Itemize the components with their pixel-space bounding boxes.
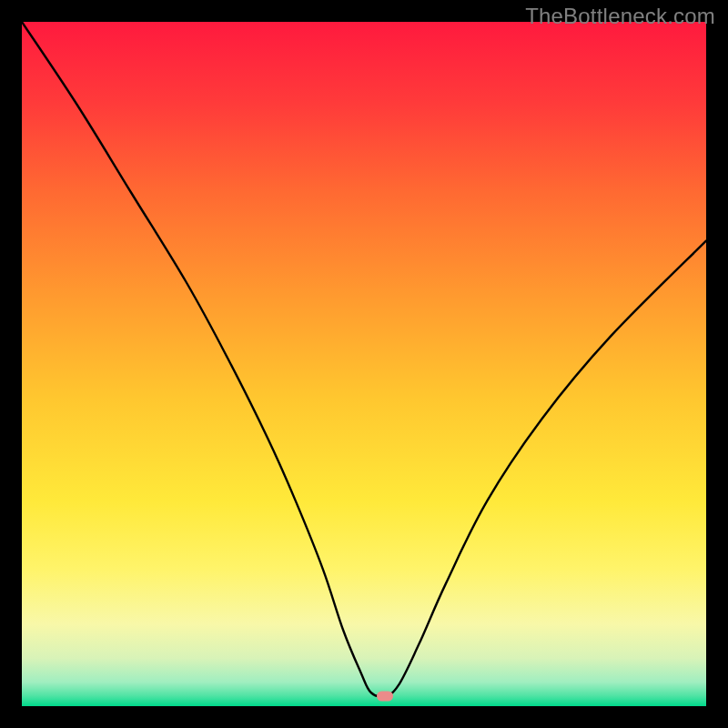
gradient-background xyxy=(22,22,706,706)
plot-area xyxy=(22,22,706,706)
minimum-marker xyxy=(377,691,393,701)
chart-frame: TheBottleneck.com xyxy=(0,0,728,728)
plot-svg xyxy=(22,22,706,706)
watermark-text: TheBottleneck.com xyxy=(525,4,715,29)
